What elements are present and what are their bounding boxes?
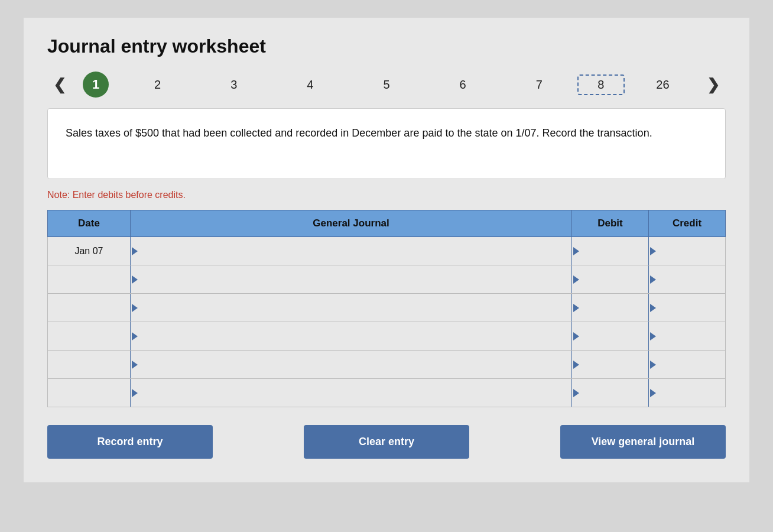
journal-cell-1[interactable] [131,265,572,294]
cell-indicator-icon [650,247,656,255]
cell-indicator-icon [650,332,656,340]
date-cell-4 [48,351,131,379]
cell-indicator-icon [132,389,138,397]
journal-input-1[interactable] [135,265,571,293]
cell-indicator-icon [573,332,579,340]
nav-row: ❮ 1234567826 ❯ [47,72,726,98]
date-cell-3 [48,322,131,351]
journal-cell-5[interactable] [131,379,572,407]
cell-indicator-icon [132,332,138,340]
nav-item-2[interactable]: 2 [119,78,196,92]
journal-input-0[interactable] [135,237,571,265]
debit-input-2[interactable] [572,294,648,322]
journal-cell-0[interactable] [131,237,572,265]
cell-indicator-icon [132,275,138,284]
cell-indicator-icon [573,361,579,369]
col-debit: Debit [572,210,649,237]
nav-items: 1234567826 [72,72,701,98]
cell-indicator-icon [650,389,656,397]
journal-table: Date General Journal Debit Credit Jan 07 [47,210,726,407]
nav-item-1[interactable]: 1 [83,72,109,98]
note-text: Note: Enter debits before credits. [47,190,726,200]
cell-indicator-icon [573,389,579,397]
nav-item-4[interactable]: 4 [272,78,348,92]
credit-cell-1[interactable] [649,265,726,294]
credit-input-1[interactable] [649,265,725,293]
credit-input-5[interactable] [649,379,725,407]
record-entry-button[interactable]: Record entry [47,425,213,459]
cell-indicator-icon [650,304,656,312]
debit-input-5[interactable] [572,379,648,407]
journal-cell-3[interactable] [131,322,572,351]
journal-input-3[interactable] [135,322,571,350]
cell-indicator-icon [650,361,656,369]
nav-item-8[interactable]: 8 [577,74,625,95]
table-row [48,265,726,294]
date-cell-5 [48,379,131,407]
credit-cell-3[interactable] [649,322,726,351]
table-row [48,294,726,322]
clear-entry-button[interactable]: Clear entry [304,425,469,459]
col-date: Date [48,210,131,237]
cell-indicator-icon [132,304,138,312]
credit-cell-0[interactable] [649,237,726,265]
debit-input-4[interactable] [572,351,648,378]
credit-cell-2[interactable] [649,294,726,322]
date-cell-1 [48,265,131,294]
date-cell-0: Jan 07 [48,237,131,265]
cell-indicator-icon [573,247,579,255]
debit-cell-2[interactable] [572,294,649,322]
next-arrow[interactable]: ❯ [701,76,726,94]
cell-indicator-icon [132,247,138,255]
description-text: Sales taxes of $500 that had been collec… [66,127,652,139]
col-credit: Credit [649,210,726,237]
debit-cell-0[interactable] [572,237,649,265]
credit-input-2[interactable] [649,294,725,322]
credit-cell-4[interactable] [649,351,726,379]
debit-cell-4[interactable] [572,351,649,379]
debit-cell-3[interactable] [572,322,649,351]
nav-item-3[interactable]: 3 [196,78,272,92]
debit-cell-1[interactable] [572,265,649,294]
credit-cell-5[interactable] [649,379,726,407]
nav-item-7[interactable]: 7 [501,78,577,92]
cell-indicator-icon [132,361,138,369]
debit-cell-5[interactable] [572,379,649,407]
col-general-journal: General Journal [131,210,572,237]
debit-input-1[interactable] [572,265,648,293]
journal-input-4[interactable] [135,351,571,378]
cell-indicator-icon [650,275,656,284]
prev-arrow[interactable]: ❮ [47,76,72,94]
nav-item-6[interactable]: 6 [425,78,501,92]
view-general-journal-button[interactable]: View general journal [560,425,726,459]
table-row [48,379,726,407]
cell-indicator-icon [573,304,579,312]
debit-input-3[interactable] [572,322,648,350]
journal-cell-2[interactable] [131,294,572,322]
cell-indicator-icon [573,275,579,284]
debit-input-0[interactable] [572,237,648,265]
table-row [48,322,726,351]
credit-input-0[interactable] [649,237,725,265]
page-title: Journal entry worksheet [47,35,726,57]
table-row: Jan 07 [48,237,726,265]
nav-item-5[interactable]: 5 [348,78,424,92]
credit-input-4[interactable] [649,351,725,378]
credit-input-3[interactable] [649,322,725,350]
journal-cell-4[interactable] [131,351,572,379]
date-cell-2 [48,294,131,322]
journal-input-5[interactable] [135,379,571,407]
buttons-row: Record entry Clear entry View general jo… [47,425,726,459]
nav-item-26[interactable]: 26 [625,78,701,92]
table-row [48,351,726,379]
description-box: Sales taxes of $500 that had been collec… [47,108,726,179]
journal-input-2[interactable] [135,294,571,322]
